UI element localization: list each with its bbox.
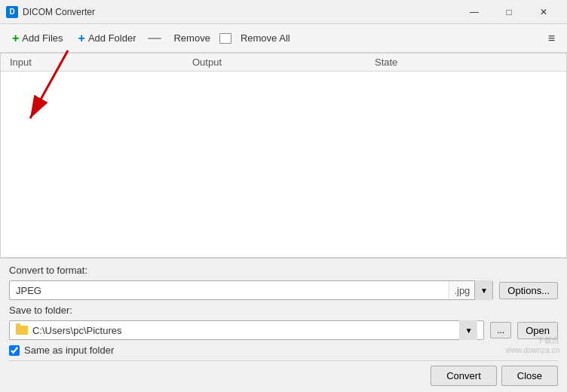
- remove-all-container: [219, 33, 231, 44]
- format-select-container[interactable]: JPEG .jpg ▼: [9, 280, 493, 300]
- title-bar-text: DICOM Converter: [23, 7, 457, 17]
- same-as-input-checkbox[interactable]: [9, 345, 20, 356]
- file-list-area: Input Output State: [0, 53, 567, 258]
- format-ext: .jpg: [449, 281, 474, 299]
- menu-button[interactable]: ≡: [542, 29, 561, 48]
- add-files-button[interactable]: + Add Files: [6, 29, 69, 48]
- column-input: Input: [10, 57, 192, 68]
- same-as-input-label[interactable]: Same as input folder: [24, 345, 114, 356]
- save-path-container[interactable]: C:\Users\pc\Pictures ▼: [9, 320, 484, 340]
- app-icon: D: [6, 6, 18, 18]
- save-path-text: C:\Users\pc\Pictures: [32, 325, 455, 336]
- maximize-button[interactable]: □: [492, 0, 526, 24]
- close-button[interactable]: Close: [501, 366, 558, 386]
- format-select-row: JPEG .jpg ▼ Options...: [9, 280, 558, 300]
- bottom-panel: Convert to format: JPEG .jpg ▼ Options..…: [0, 258, 567, 392]
- save-folder-label: Save to folder:: [9, 305, 72, 316]
- remove-all-icon: [219, 33, 231, 44]
- toolbar: + Add Files + Add Folder Remove Remove A…: [0, 24, 567, 53]
- format-dropdown-arrow[interactable]: ▼: [474, 280, 492, 300]
- title-bar-controls: — □ ✕: [457, 0, 561, 24]
- close-window-button[interactable]: ✕: [526, 0, 561, 24]
- remove-label: Remove: [173, 32, 210, 44]
- add-files-label: Add Files: [22, 32, 63, 44]
- remove-all-label: Remove All: [241, 32, 290, 44]
- file-list-header: Input Output State: [1, 54, 566, 72]
- title-bar: D DICOM Converter — □ ✕: [0, 0, 567, 24]
- folder-icon: [16, 326, 28, 335]
- add-folder-button[interactable]: + Add Folder: [72, 29, 143, 48]
- add-folder-label: Add Folder: [88, 32, 136, 44]
- same-as-input-row: Same as input folder: [9, 345, 558, 356]
- remove-icon: [148, 38, 161, 39]
- main-content: Input Output State Convert to format: JP…: [0, 53, 567, 392]
- remove-all-button[interactable]: Remove All: [234, 29, 296, 47]
- save-path-row: C:\Users\pc\Pictures ▼ ... Open: [9, 320, 558, 340]
- format-label: Convert to format:: [9, 265, 87, 276]
- format-value: JPEG: [10, 285, 449, 296]
- save-path-dropdown-arrow[interactable]: ▼: [459, 320, 477, 340]
- save-label-row: Save to folder:: [9, 305, 558, 316]
- column-output: Output: [192, 57, 375, 68]
- format-row: Convert to format:: [9, 265, 558, 276]
- file-list-body: [1, 72, 566, 258]
- add-folder-plus-icon: +: [78, 32, 85, 45]
- column-state: State: [375, 57, 557, 68]
- watermark: 下载自 www.downza.cn: [505, 335, 559, 354]
- action-row: Convert Close: [9, 360, 558, 386]
- options-button[interactable]: Options...: [499, 282, 558, 299]
- remove-button[interactable]: Remove: [167, 29, 216, 47]
- minimize-button[interactable]: —: [457, 0, 492, 24]
- add-files-plus-icon: +: [12, 32, 19, 45]
- convert-button[interactable]: Convert: [431, 366, 497, 386]
